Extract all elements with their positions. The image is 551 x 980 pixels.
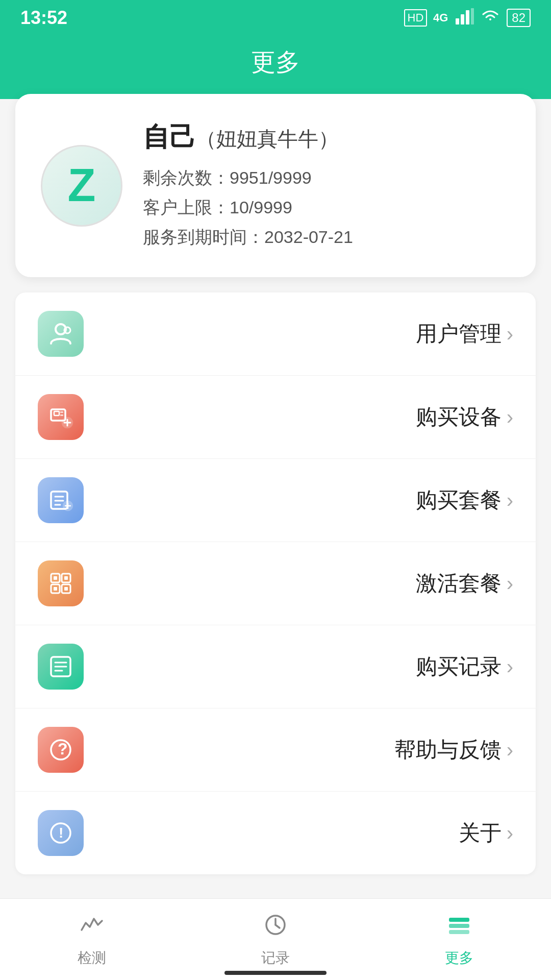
status-bar: 13:52 HD 4G 82 [0, 0, 551, 36]
battery-icon: 82 [507, 9, 531, 27]
help-feedback-label: 帮助与反馈 [394, 736, 502, 764]
menu-item-activate-package[interactable]: 激活套餐 › [15, 542, 536, 625]
svg-rect-28 [64, 587, 68, 591]
profile-expire-date: 服务到期时间：2032-07-21 [143, 223, 510, 252]
menu-item-help-feedback[interactable]: ? 帮助与反馈 › [15, 708, 536, 792]
nav-item-detect[interactable]: 检测 [0, 912, 184, 968]
svg-rect-1 [456, 18, 459, 24]
profile-customer-limit: 客户上限：10/9999 [143, 193, 510, 223]
svg-rect-10 [60, 414, 63, 416]
records-icon [262, 912, 289, 944]
menu-item-user-management[interactable]: 用户管理 › [15, 292, 536, 376]
svg-rect-26 [64, 576, 68, 580]
svg-rect-9 [60, 411, 63, 413]
svg-rect-2 [461, 14, 464, 24]
home-indicator [224, 971, 327, 975]
buy-package-icon [38, 477, 84, 523]
chevron-right-icon: › [507, 655, 513, 678]
nav-records-label: 记录 [261, 948, 290, 968]
svg-rect-3 [466, 10, 469, 24]
avatar-letter: Z [68, 159, 96, 212]
buy-device-label: 购买设备 [416, 403, 502, 431]
svg-rect-27 [54, 587, 57, 591]
menu-item-buy-device[interactable]: 购买设备 › [15, 376, 536, 459]
chevron-right-icon: › [507, 323, 513, 346]
signal-bars-icon [456, 8, 474, 28]
purchase-records-icon [38, 644, 84, 690]
menu-item-purchase-records[interactable]: 购买记录 › [15, 625, 536, 708]
profile-card: Z 自己（妞妞真牛牛） 剩余次数：9951/9999 客户上限：10/9999 … [15, 94, 536, 277]
status-icons: HD 4G 82 [404, 8, 531, 28]
page-title: 更多 [0, 46, 551, 79]
detect-icon [79, 912, 105, 944]
user-management-label: 用户管理 [416, 320, 502, 348]
user-management-icon [38, 311, 84, 357]
svg-rect-8 [54, 411, 59, 415]
svg-text:4G: 4G [433, 11, 448, 24]
help-feedback-icon: ? [38, 727, 84, 773]
svg-text:!: ! [59, 825, 63, 841]
profile-info: 自己（妞妞真牛牛） 剩余次数：9951/9999 客户上限：10/9999 服务… [143, 119, 510, 252]
nav-more-label: 更多 [445, 948, 473, 968]
more-icon [446, 912, 472, 944]
menu-item-buy-package[interactable]: 购买套餐 › [15, 459, 536, 542]
svg-rect-4 [471, 8, 474, 24]
activate-package-icon [38, 560, 84, 606]
buy-device-icon [38, 394, 84, 440]
profile-remaining: 剩余次数：9951/9999 [143, 163, 510, 193]
activate-package-label: 激活套餐 [416, 569, 502, 598]
avatar: Z [41, 145, 122, 227]
status-time: 13:52 [20, 7, 67, 29]
purchase-records-label: 购买记录 [416, 652, 502, 681]
svg-rect-40 [449, 918, 469, 922]
about-icon: ! [38, 810, 84, 856]
signal-4g-icon: 4G [433, 8, 449, 28]
svg-rect-25 [54, 576, 57, 580]
about-label: 关于 [459, 819, 502, 847]
bottom-nav: 检测 记录 更多 [0, 898, 551, 980]
svg-line-39 [276, 925, 280, 928]
chevron-right-icon: › [507, 822, 513, 845]
chevron-right-icon: › [507, 739, 513, 762]
svg-rect-42 [449, 930, 469, 934]
chevron-right-icon: › [507, 406, 513, 429]
menu-item-about[interactable]: ! 关于 › [15, 792, 536, 874]
nav-item-more[interactable]: 更多 [367, 912, 551, 968]
profile-name: 自己（妞妞真牛牛） [143, 119, 510, 155]
nav-detect-label: 检测 [78, 948, 106, 968]
buy-package-label: 购买套餐 [416, 486, 502, 514]
page-header: 更多 [0, 36, 551, 99]
svg-text:?: ? [58, 740, 68, 758]
svg-rect-41 [449, 924, 469, 928]
wifi-icon [480, 8, 500, 28]
menu-section: 用户管理 › 购买设备 › [15, 292, 536, 874]
chevron-right-icon: › [507, 572, 513, 595]
nav-item-records[interactable]: 记录 [184, 912, 367, 968]
chevron-right-icon: › [507, 489, 513, 512]
hd-icon: HD [404, 9, 428, 27]
